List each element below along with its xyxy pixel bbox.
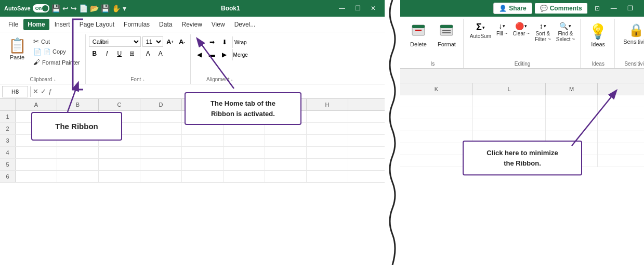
cell[interactable] [182, 135, 224, 146]
fill-dropdown-icon[interactable]: ▾ [503, 23, 505, 29]
cell[interactable] [99, 147, 140, 158]
right-restore-button[interactable]: ❐ [623, 1, 638, 16]
cell[interactable] [400, 119, 473, 131]
italic-button[interactable]: I [101, 48, 113, 59]
wrap-text-button[interactable]: Wrap [235, 36, 246, 48]
cell[interactable] [307, 159, 348, 170]
cell[interactable] [140, 147, 182, 158]
fill-color-button[interactable]: A [142, 48, 154, 59]
sort-filter-button[interactable]: ↕ ▾ Sort &Filter ~ [533, 21, 553, 43]
align-bottom-button[interactable]: ⬇ [219, 36, 230, 48]
right-win-btn1[interactable]: ⊡ [590, 1, 604, 16]
alignment-expand-icon[interactable]: ⌞ [231, 77, 233, 82]
align-middle-button[interactable]: ➡ [206, 36, 218, 48]
sort-dropdown-icon[interactable]: ▾ [544, 23, 546, 29]
find-dropdown-icon[interactable]: ▾ [569, 23, 571, 29]
confirm-formula-icon[interactable]: ✓ [41, 87, 46, 95]
fill-button[interactable]: ↓ ▾ Fill ~ [494, 21, 509, 37]
menu-page-layout[interactable]: Page Layout [75, 19, 119, 30]
borders-button[interactable]: ⊞ [126, 48, 138, 59]
share-button[interactable]: 👤 Share [493, 3, 532, 14]
cell[interactable] [57, 171, 99, 182]
clipboard-expand-icon[interactable]: ⌞ [54, 77, 56, 82]
cell[interactable] [473, 119, 546, 131]
menu-home[interactable]: Home [23, 19, 49, 30]
cell[interactable] [140, 135, 182, 146]
menu-data[interactable]: Data [155, 19, 176, 30]
cell[interactable] [307, 171, 348, 182]
undo-icon[interactable]: ↩ [62, 4, 69, 12]
cell[interactable] [307, 111, 348, 122]
cell[interactable] [99, 171, 140, 182]
menu-insert[interactable]: Insert [50, 19, 74, 30]
autosum-button[interactable]: Σ ▾ AutoSum [468, 21, 493, 40]
cell[interactable] [224, 135, 265, 146]
cell[interactable] [307, 147, 348, 158]
col-header-c[interactable]: C [99, 99, 140, 110]
font-family-select[interactable]: Calibri [89, 36, 141, 47]
col-header-l[interactable]: L [473, 83, 546, 95]
cell[interactable] [16, 147, 57, 158]
sensitivity-button[interactable]: 🔒 Sensitivity [619, 21, 644, 47]
align-center-button[interactable]: ▬ [206, 49, 218, 60]
cell[interactable] [307, 135, 348, 146]
cell[interactable] [182, 147, 224, 158]
new-icon[interactable]: 📄 [79, 4, 88, 12]
bold-button[interactable]: B [89, 48, 100, 59]
col-header-k[interactable]: K [400, 83, 473, 95]
touch-icon[interactable]: ✋ [112, 4, 121, 12]
cell[interactable] [224, 159, 265, 170]
col-header-b[interactable]: B [57, 99, 99, 110]
restore-window-button[interactable]: ❐ [350, 1, 365, 16]
cell[interactable] [265, 147, 307, 158]
merge-center-button[interactable]: Merge [235, 49, 246, 60]
col-header-h[interactable]: H [307, 99, 348, 110]
autosum-dropdown-icon[interactable]: ▾ [482, 25, 485, 30]
cell[interactable] [546, 119, 598, 131]
close-window-button[interactable]: ✕ [366, 1, 380, 16]
cell[interactable] [182, 159, 224, 170]
find-select-button[interactable]: 🔍 ▾ Find &Select ~ [554, 21, 577, 43]
menu-file[interactable]: File [4, 19, 22, 30]
cell[interactable] [140, 159, 182, 170]
save2-icon[interactable]: 💾 [101, 4, 110, 12]
cancel-formula-icon[interactable]: ✕ [33, 87, 38, 95]
menu-view[interactable]: View [207, 19, 229, 30]
font-expand-icon[interactable]: ⌞ [143, 77, 145, 82]
menu-review[interactable]: Review [177, 19, 206, 30]
ideas-button[interactable]: 💡 Ideas [585, 21, 611, 49]
align-top-button[interactable]: ⬆ [194, 36, 205, 48]
cell[interactable] [265, 135, 307, 146]
cell[interactable] [99, 159, 140, 170]
font-size-select[interactable]: 11 [142, 36, 163, 47]
cell-reference-input[interactable] [2, 86, 28, 97]
cell[interactable] [400, 95, 473, 107]
redo-icon[interactable]: ↪ [71, 4, 77, 12]
cell[interactable] [182, 171, 224, 182]
cell[interactable] [400, 131, 473, 143]
cell[interactable] [265, 159, 307, 170]
menu-developer[interactable]: Devel... [230, 19, 260, 30]
insert-function-icon[interactable]: ƒ [48, 87, 52, 95]
right-minimize-button[interactable]: — [607, 1, 621, 16]
cell[interactable] [307, 123, 348, 134]
cell[interactable] [16, 159, 57, 170]
menu-formulas[interactable]: Formulas [120, 19, 154, 30]
cell[interactable] [16, 171, 57, 182]
right-close-button[interactable]: ✕ [640, 1, 644, 16]
cell[interactable] [400, 107, 473, 119]
autosave-toggle[interactable]: On [33, 4, 49, 12]
cell[interactable] [224, 147, 265, 158]
cell[interactable] [140, 123, 182, 134]
cell[interactable] [57, 147, 99, 158]
cell[interactable] [57, 159, 99, 170]
open-icon[interactable]: 📂 [90, 4, 99, 12]
align-right-button[interactable]: ▶ [219, 49, 230, 60]
align-left-button[interactable]: ◀ [194, 49, 205, 60]
cell[interactable] [400, 143, 473, 155]
cell[interactable] [473, 107, 546, 119]
clear-button[interactable]: 🔴 ▾ Clear ~ [510, 21, 532, 37]
cell[interactable] [473, 95, 546, 107]
format-button[interactable]: Format [433, 21, 460, 49]
comments-button[interactable]: 💬 Comments [534, 3, 588, 14]
